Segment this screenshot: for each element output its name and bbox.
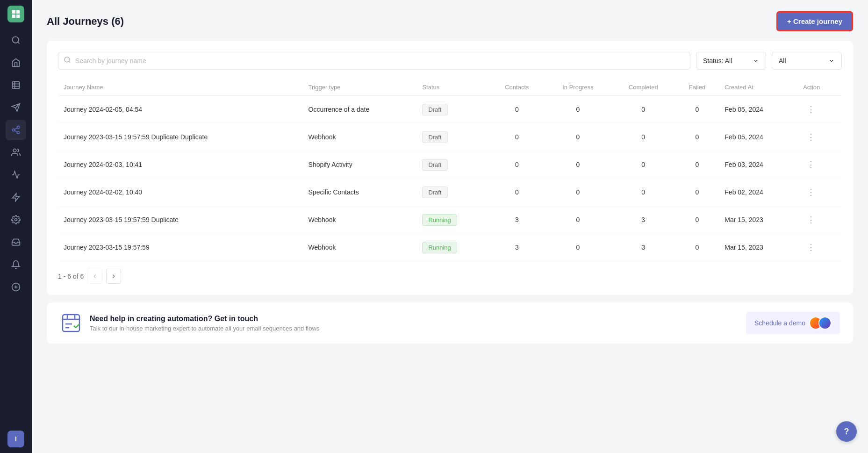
- status-badge: Draft: [422, 159, 447, 171]
- svg-point-17: [13, 149, 16, 152]
- avatar-2: [818, 316, 832, 330]
- created-at-cell: Feb 05, 2024: [719, 123, 797, 151]
- status-cell: Draft: [416, 123, 489, 151]
- action-cell[interactable]: ⋮: [797, 123, 842, 151]
- col-status: Status: [416, 79, 489, 96]
- row-action-button[interactable]: ⋮: [803, 158, 819, 172]
- action-cell[interactable]: ⋮: [797, 234, 842, 261]
- sidebar-item-integrations[interactable]: [6, 187, 26, 208]
- status-filter-label: Status: All: [703, 57, 732, 65]
- help-title: Need help in creating automation? Get in…: [90, 315, 739, 323]
- contacts-cell: 0: [489, 151, 545, 179]
- svg-point-23: [65, 57, 70, 62]
- svg-rect-6: [13, 82, 20, 89]
- sidebar-item-contacts[interactable]: [6, 142, 26, 163]
- svg-line-24: [69, 61, 70, 63]
- created-at-cell: Feb 03, 2024: [719, 151, 797, 179]
- table-row: Journey 2023-03-15 19:57:59 Duplicate Du…: [58, 123, 842, 151]
- search-input[interactable]: [58, 52, 690, 70]
- failed-cell: 0: [675, 123, 719, 151]
- user-avatar[interactable]: I: [7, 431, 24, 447]
- svg-rect-3: [16, 14, 20, 18]
- sidebar-item-search[interactable]: [6, 30, 26, 50]
- failed-cell: 0: [675, 151, 719, 179]
- svg-point-19: [15, 219, 17, 221]
- create-journey-button[interactable]: + Create journey: [776, 11, 853, 31]
- logo[interactable]: [7, 6, 24, 22]
- prev-page-button[interactable]: [87, 269, 102, 284]
- col-contacts: Contacts: [489, 79, 545, 96]
- trigger-type-cell: Webhook: [303, 206, 417, 234]
- sidebar-item-inbox[interactable]: [6, 232, 26, 252]
- col-completed: Completed: [611, 79, 675, 96]
- trigger-type-cell: Webhook: [303, 123, 417, 151]
- status-badge: Draft: [422, 131, 447, 143]
- status-cell: Running: [416, 234, 489, 261]
- failed-cell: 0: [675, 179, 719, 206]
- row-action-button[interactable]: ⋮: [803, 130, 819, 144]
- failed-cell: 0: [675, 206, 719, 234]
- sidebar: I: [0, 0, 32, 453]
- avatar-group: [809, 316, 832, 330]
- in-progress-cell: 0: [545, 234, 611, 261]
- in-progress-cell: 0: [545, 179, 611, 206]
- completed-cell: 0: [611, 179, 675, 206]
- row-action-button[interactable]: ⋮: [803, 185, 819, 199]
- sidebar-item-campaigns[interactable]: [6, 97, 26, 118]
- col-created-at: Created At: [719, 79, 797, 96]
- action-cell[interactable]: ⋮: [797, 206, 842, 234]
- action-cell[interactable]: ⋮: [797, 96, 842, 123]
- chevron-right-icon: [110, 273, 117, 280]
- status-cell: Draft: [416, 179, 489, 206]
- search-icon: [64, 56, 71, 65]
- page-title: All Journeys (6): [47, 15, 124, 28]
- table-header: Journey Name Trigger type Status Contact…: [58, 79, 842, 96]
- trigger-type-cell: Specific Contacts: [303, 179, 417, 206]
- type-filter-label: All: [779, 57, 786, 65]
- completed-cell: 0: [611, 123, 675, 151]
- status-cell: Draft: [416, 96, 489, 123]
- in-progress-cell: 0: [545, 123, 611, 151]
- table-row: Journey 2024-02-02, 10:40 Specific Conta…: [58, 179, 842, 206]
- next-page-button[interactable]: [106, 269, 121, 284]
- floating-help-button[interactable]: ?: [836, 421, 857, 442]
- svg-line-5: [18, 42, 20, 44]
- svg-point-14: [17, 131, 20, 134]
- sidebar-item-reports[interactable]: [6, 75, 26, 95]
- row-action-button[interactable]: ⋮: [803, 240, 819, 254]
- schedule-demo-button[interactable]: Schedule a demo: [746, 312, 840, 334]
- status-filter-dropdown[interactable]: Status: All: [696, 52, 766, 70]
- journey-name-cell: Journey 2023-03-15 19:57:59 Duplicate: [58, 206, 303, 234]
- col-in-progress: In Progress: [545, 79, 611, 96]
- contacts-cell: 0: [489, 123, 545, 151]
- type-filter-dropdown[interactable]: All: [772, 52, 842, 70]
- journey-name-cell: Journey 2023-03-15 19:57:59 Duplicate Du…: [58, 123, 303, 151]
- contacts-cell: 0: [489, 179, 545, 206]
- sidebar-item-journeys[interactable]: [6, 120, 26, 140]
- action-cell[interactable]: ⋮: [797, 179, 842, 206]
- sidebar-item-analytics[interactable]: [6, 165, 26, 185]
- sidebar-item-settings[interactable]: [6, 209, 26, 230]
- svg-rect-1: [16, 10, 20, 14]
- row-action-button[interactable]: ⋮: [803, 102, 819, 116]
- status-badge: Draft: [422, 104, 447, 115]
- sidebar-item-home[interactable]: [6, 52, 26, 73]
- created-at-cell: Feb 05, 2024: [719, 96, 797, 123]
- completed-cell: 3: [611, 234, 675, 261]
- row-action-button[interactable]: ⋮: [803, 213, 819, 227]
- trigger-type-cell: Shopify Activity: [303, 151, 417, 179]
- created-at-cell: Mar 15, 2023: [719, 206, 797, 234]
- pagination-label: 1 - 6 of 6: [58, 273, 84, 280]
- help-text: Need help in creating automation? Get in…: [90, 315, 739, 332]
- status-badge: Running: [422, 214, 457, 226]
- table-row: Journey 2023-03-15 19:57:59 Duplicate We…: [58, 206, 842, 234]
- action-cell[interactable]: ⋮: [797, 151, 842, 179]
- failed-cell: 0: [675, 234, 719, 261]
- svg-rect-0: [12, 10, 15, 14]
- in-progress-cell: 0: [545, 206, 611, 234]
- sidebar-item-notifications[interactable]: [6, 254, 26, 275]
- svg-point-13: [13, 129, 15, 131]
- created-at-cell: Feb 02, 2024: [719, 179, 797, 206]
- sidebar-item-billing[interactable]: [6, 277, 26, 297]
- journey-name-cell: Journey 2024-02-02, 10:40: [58, 179, 303, 206]
